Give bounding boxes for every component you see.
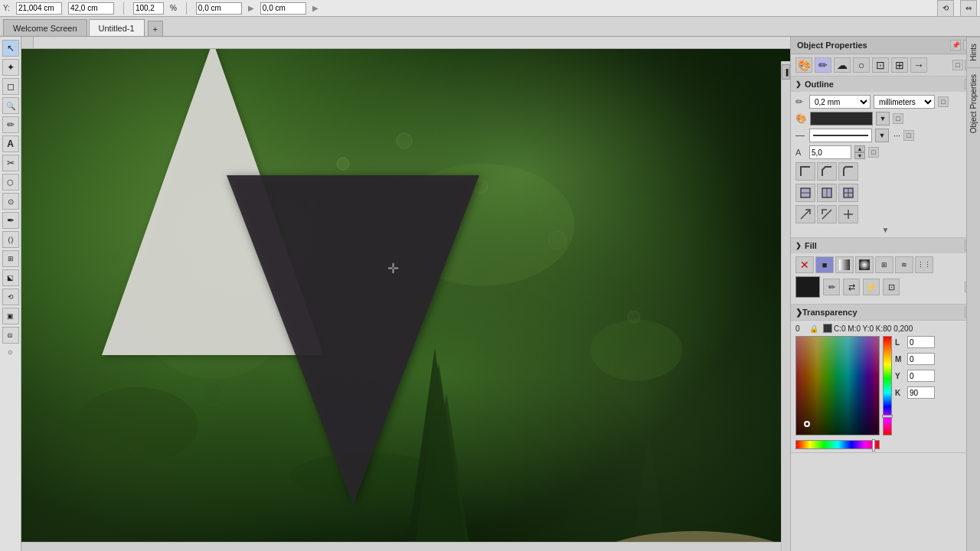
outline-color-lock[interactable]: □ — [893, 113, 903, 124]
vtab-object-props[interactable]: Object Properties — [967, 67, 980, 139]
outline-unit-select[interactable]: millimeters inches pixels — [874, 95, 935, 109]
node-tool[interactable]: ✦ — [2, 59, 19, 76]
color-gradient-picker[interactable] — [795, 336, 880, 435]
scroll-thumb[interactable]: ▐ — [782, 64, 790, 80]
corner-style-3[interactable] — [838, 162, 858, 181]
select-tool[interactable]: ↖ — [2, 40, 19, 57]
blend-tool[interactable]: ⦻ — [2, 327, 19, 344]
fill-color-swatch[interactable] — [795, 276, 820, 298]
transform-prop-icon[interactable]: ⊡ — [872, 57, 889, 73]
outline-linestyle-lock[interactable]: □ — [903, 130, 914, 141]
fill-solid-btn[interactable]: ■ — [815, 256, 834, 273]
vtab-hints[interactable]: Hints — [967, 37, 980, 67]
cmyk-y-input[interactable] — [907, 370, 935, 382]
canvas-horizontal-scrollbar[interactable] — [21, 542, 781, 551]
fill-more-btn[interactable]: ⊡ — [883, 279, 900, 295]
fill-section-header[interactable]: ❯ Fill □ — [791, 238, 980, 253]
cmyk-k-input[interactable] — [907, 386, 935, 399]
fill-edit-btn[interactable]: ✏ — [823, 279, 840, 295]
corner-spin-up[interactable]: ▲ — [854, 145, 865, 152]
stroke-prop-icon[interactable]: ✏ — [815, 57, 831, 73]
outline-linestyle-dropdown[interactable]: ▼ — [875, 129, 889, 142]
fill-swap-btn[interactable]: ⇄ — [843, 279, 860, 295]
tab-untitled[interactable]: Untitled-1 — [89, 19, 145, 36]
hue-slider[interactable] — [883, 336, 892, 435]
tab-welcome[interactable]: Welcome Screen — [3, 19, 87, 36]
transparency-label: Transparency — [802, 308, 858, 317]
dark-triangle[interactable] — [227, 175, 479, 504]
cursor-crosshair: ✛ — [387, 260, 400, 272]
corner-lock[interactable]: □ — [868, 147, 879, 158]
corner-style-1[interactable] — [795, 162, 815, 181]
cmyk-m-input[interactable] — [907, 353, 935, 365]
canvas-area[interactable]: 0 2 4 6 8 10 12 14 16 18 centimeters — [21, 37, 790, 551]
outline-color-row: 🎨 ▼ □ — [795, 112, 975, 126]
arrow-prop-icon[interactable]: → — [910, 57, 927, 73]
eyedropper-tool[interactable]: ⊙ — [2, 193, 19, 210]
outline-section-header[interactable]: ❯ Outline □ — [791, 77, 980, 92]
fill-sample-btn[interactable]: ⚡ — [863, 279, 880, 295]
object-properties-header: Object Properties 📌 ◀ — [791, 37, 980, 54]
color-picker-container: L M Y K — [795, 336, 975, 435]
corner-align-1[interactable] — [795, 184, 815, 202]
cmyk-l-input[interactable] — [907, 336, 935, 348]
outline-corner-input[interactable] — [809, 145, 851, 159]
corner-style-2[interactable] — [817, 162, 837, 181]
table-tool[interactable]: ⊞ — [2, 250, 19, 267]
shape-tool[interactable]: ◻ — [2, 78, 19, 95]
fill-mesh-btn[interactable]: ⋮⋮ — [915, 256, 933, 273]
pin-panel-btn[interactable]: 📌 — [950, 40, 961, 51]
circle-prop-icon[interactable]: ○ — [853, 57, 870, 73]
corner-align-3[interactable] — [838, 184, 858, 202]
shadow-tool[interactable]: ▣ — [2, 308, 19, 324]
outline-color-swatch[interactable] — [810, 112, 873, 126]
fill-pattern-btn[interactable]: ⊞ — [875, 256, 893, 273]
measure-tool[interactable]: ⟲ — [2, 289, 19, 305]
transparency-header[interactable]: ❯ Transparency □ — [791, 305, 980, 321]
fill-radial-btn[interactable] — [855, 256, 874, 273]
outline-linestyle-preview[interactable] — [809, 129, 872, 142]
fill-prop-icon[interactable]: 🎨 — [795, 57, 812, 73]
color-strip[interactable] — [795, 440, 880, 449]
corner-align-2[interactable] — [817, 184, 837, 202]
text-tool[interactable]: A — [2, 135, 19, 152]
smart-tool[interactable]: ⟨⟩ — [2, 231, 19, 248]
effect-prop-icon[interactable]: ☁ — [834, 57, 851, 73]
transparency-slider-row: 0 🔒 C:0 M:0 Y:0 K:80 0,200 — [795, 324, 975, 333]
corner-end-1[interactable] — [795, 205, 815, 223]
outline-width-select[interactable]: 0,2 mm 0,5 mm 1,0 mm — [809, 95, 871, 109]
corner-spin-down[interactable]: ▼ — [854, 152, 865, 159]
x-input[interactable] — [68, 2, 114, 15]
corner-style-row1 — [795, 162, 975, 181]
outline-lock[interactable]: □ — [938, 96, 949, 107]
corner-end-2[interactable] — [817, 205, 837, 223]
freehand-tool[interactable]: ✏ — [2, 116, 19, 133]
transparency-content: 0 🔒 C:0 M:0 Y:0 K:80 0,200 — [791, 321, 980, 452]
cmyk-l-row: L — [895, 336, 935, 348]
frame-prop-icon[interactable]: ⊞ — [891, 57, 908, 73]
pin-section-btn[interactable]: □ — [952, 60, 963, 70]
outline-collapse-btn[interactable]: ▼ — [795, 225, 975, 234]
mirror-btn[interactable]: ⇔ — [960, 0, 977, 17]
outline-color-dropdown[interactable]: ▼ — [876, 112, 890, 126]
zoom-tool[interactable]: 🔍 — [2, 97, 19, 114]
connector-tool[interactable]: ⬕ — [2, 269, 19, 286]
add-tab-btn[interactable]: + — [148, 21, 163, 36]
transparency-value: 0 — [795, 324, 805, 333]
zoom-input[interactable] — [133, 2, 164, 15]
corner-end-3[interactable] — [838, 205, 858, 223]
fill-tool[interactable]: ⬡ — [2, 174, 19, 191]
canvas-vertical-scrollbar[interactable]: ▐ — [781, 61, 790, 551]
y-input[interactable] — [16, 2, 62, 15]
outline-more-btn[interactable]: ··· — [893, 131, 900, 140]
coord2-input[interactable] — [260, 2, 306, 15]
coord1-input[interactable] — [196, 2, 242, 15]
fill-linear-btn[interactable] — [835, 256, 854, 273]
outline-linestyle-icon: — — [795, 130, 806, 141]
fill-none-btn[interactable]: ✕ — [795, 256, 814, 273]
pen-tool[interactable]: ✒ — [2, 212, 19, 229]
transform-btn[interactable]: ⟲ — [937, 0, 954, 17]
fill-texture-btn[interactable]: ≋ — [895, 256, 913, 273]
scissors-tool[interactable]: ✂ — [2, 155, 19, 171]
canvas[interactable]: ✛ ▐ — [21, 49, 790, 551]
